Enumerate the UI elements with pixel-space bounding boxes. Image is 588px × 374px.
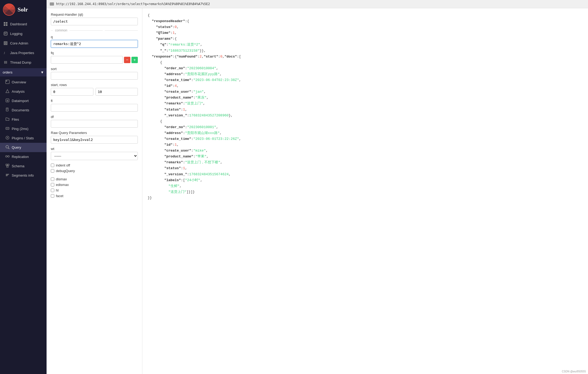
sidebar-item-core-admin[interactable]: Core Admin (0, 38, 47, 48)
dismax-label: dismax (56, 177, 67, 181)
svg-rect-33 (8, 164, 9, 165)
svg-rect-4 (6, 24, 7, 26)
svg-text:J: J (4, 51, 5, 55)
wt-select[interactable]: ------ json xml csv python ruby php (51, 152, 138, 160)
start-rows-row (51, 88, 138, 96)
overview-icon (5, 80, 10, 85)
df-input[interactable] (51, 120, 138, 128)
fl-label: fl (51, 99, 138, 103)
sidebar-item-documents[interactable]: Documents (0, 105, 47, 115)
svg-rect-16 (6, 80, 7, 82)
sidebar-item-dashboard[interactable]: Dashboard (0, 19, 47, 29)
start-input[interactable] (51, 88, 93, 96)
svg-rect-22 (7, 109, 7, 110)
panels: Request-Handler (qt) common q fq − + (47, 8, 588, 374)
fq-plus-button[interactable]: + (131, 57, 138, 63)
sidebar-label-dataimport: Dataimport (12, 99, 29, 103)
segments-icon (5, 173, 10, 178)
java-icon: J (3, 50, 8, 55)
sidebar-item-files[interactable]: Files (0, 115, 47, 124)
sidebar-item-thread-dump[interactable]: Thread Dump (0, 58, 47, 67)
handler-input[interactable] (51, 18, 138, 25)
footer-watermark: CSDN @wu/850555 (562, 370, 586, 373)
svg-rect-39 (6, 176, 7, 176)
sort-input[interactable] (51, 72, 138, 80)
df-group: df (51, 115, 138, 128)
debug-query-checkbox[interactable] (51, 169, 54, 173)
dismax-row: dismax (51, 177, 138, 181)
q-input[interactable] (51, 40, 138, 48)
sidebar-label-schema: Schema (12, 164, 24, 168)
sidebar-label-query: Query (12, 145, 21, 149)
fq-input[interactable] (51, 56, 123, 64)
edismax-checkbox[interactable] (51, 183, 54, 186)
core-admin-icon (3, 41, 8, 46)
hl-checkbox[interactable] (51, 189, 54, 192)
q-label: q (51, 35, 138, 39)
dataimport-icon (5, 98, 10, 103)
hl-label: hl (56, 188, 59, 192)
fq-group: fq − + (51, 51, 138, 64)
handler-label: Request-Handler (qt) (51, 13, 138, 17)
query-icon (5, 145, 10, 150)
start-rows-group: start, rows (51, 83, 138, 96)
svg-rect-32 (6, 164, 7, 165)
sidebar-label-java-properties: Java Properties (10, 51, 34, 55)
facet-row: facet (51, 194, 138, 198)
sidebar-item-replication[interactable]: Replication (0, 152, 47, 161)
plugins-icon (5, 136, 10, 141)
sidebar-item-logging[interactable]: Logging (0, 29, 47, 38)
dismax-checkbox[interactable] (51, 177, 54, 181)
sidebar-label-documents: Documents (12, 108, 29, 112)
fl-group: fl (51, 99, 138, 112)
hl-row: hl (51, 188, 138, 192)
rows-input[interactable] (96, 88, 138, 96)
sidebar-label-analysis: Analysis (12, 90, 24, 93)
sidebar-item-ping[interactable]: Ping (2ms) (0, 124, 47, 133)
svg-rect-10 (5, 43, 6, 44)
url-bar-text: http://192.168.244.41:8983/solr/orders/s… (56, 2, 210, 6)
analysis-icon (5, 89, 10, 94)
handler-group: Request-Handler (qt) (51, 13, 138, 25)
debug-query-label: debugQuery (56, 169, 75, 173)
logging-icon (3, 31, 8, 36)
ping-icon (5, 126, 10, 131)
raw-query-input[interactable] (51, 136, 138, 144)
debug-query-row: debugQuery (51, 169, 138, 173)
sidebar-item-query[interactable]: Query (0, 143, 47, 152)
core-selector-arrow: ▼ (40, 70, 44, 74)
sidebar-label-replication: Replication (12, 155, 29, 159)
common-divider: common (51, 29, 138, 32)
sidebar-item-analysis[interactable]: Analysis (0, 87, 47, 96)
sidebar-item-dataimport[interactable]: Dataimport (0, 96, 47, 105)
logo-area: Solr (0, 0, 47, 19)
svg-rect-1 (4, 22, 5, 24)
fl-input[interactable] (51, 104, 138, 112)
sidebar-label-files: Files (12, 117, 19, 121)
core-selector[interactable]: orders ▼ (0, 68, 47, 76)
svg-rect-7 (5, 34, 6, 34)
fq-label: fq (51, 51, 138, 55)
sidebar-label-logging: Logging (10, 32, 22, 36)
indent-off-checkbox[interactable] (51, 164, 54, 167)
edismax-row: edismax (51, 183, 138, 187)
wt-group: wt ------ json xml csv python ruby php (51, 147, 138, 160)
schema-icon (5, 164, 10, 169)
sidebar-item-schema[interactable]: Schema (0, 161, 47, 171)
sidebar-label-overview: Overview (12, 80, 26, 84)
sidebar-item-overview[interactable]: Overview (0, 78, 47, 87)
files-icon (5, 117, 10, 122)
common-label: common (55, 29, 67, 32)
start-rows-label: start, rows (51, 83, 138, 87)
documents-icon (5, 108, 10, 113)
sidebar-item-java-properties[interactable]: J Java Properties (0, 48, 47, 58)
raw-query-group: Raw Query Parameters (51, 131, 138, 144)
svg-rect-2 (6, 22, 7, 24)
facet-checkbox[interactable] (51, 194, 54, 198)
sidebar-item-segments-info[interactable]: Segments info (0, 171, 47, 180)
query-panel: Request-Handler (qt) common q fq − + (47, 8, 142, 374)
indent-off-row: indent off (51, 163, 138, 167)
sidebar-item-plugins-stats[interactable]: Plugins / Stats (0, 133, 47, 143)
svg-rect-21 (7, 109, 8, 109)
fq-minus-button[interactable]: − (124, 57, 130, 63)
